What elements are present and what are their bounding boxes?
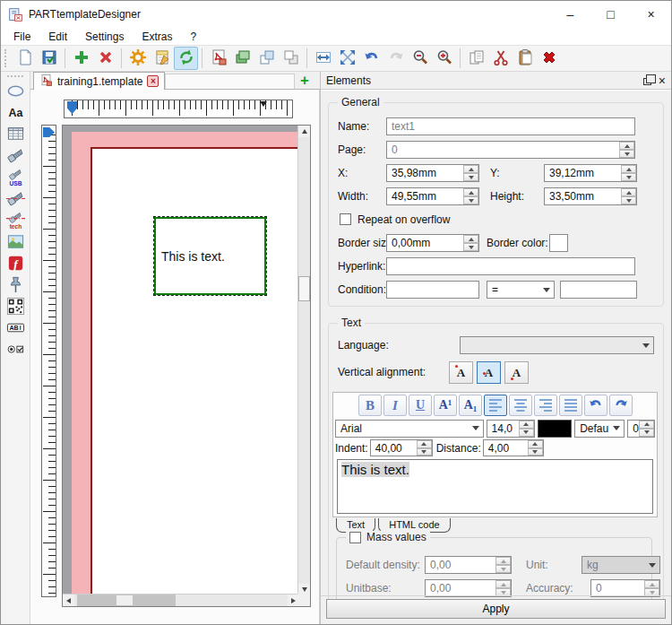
height-field[interactable]: 33,50mm: [544, 187, 637, 205]
page-spinner[interactable]: [619, 142, 634, 158]
format-superscript-button[interactable]: A¹: [434, 395, 457, 416]
apply-button[interactable]: Apply: [326, 599, 666, 619]
unit-dropdown[interactable]: kg: [582, 556, 660, 574]
page[interactable]: [90, 147, 311, 607]
height-spinner[interactable]: [621, 188, 636, 204]
minimize-button[interactable]: –: [550, 1, 590, 28]
condition-left-field[interactable]: [386, 281, 479, 299]
unitbase-spinner[interactable]: [495, 580, 511, 596]
tool-part-usb-button[interactable]: USB: [3, 168, 28, 189]
toolbar-zoom-in-button[interactable]: [432, 47, 456, 70]
format-align-center-button[interactable]: [509, 395, 532, 416]
valign-middle-button[interactable]: A: [477, 361, 501, 384]
tab-training1[interactable]: training1.template ×: [33, 72, 165, 90]
mass-values-checkbox[interactable]: [349, 532, 361, 543]
format-align-left-button[interactable]: [484, 395, 507, 416]
toolbar-cut-button[interactable]: [488, 47, 513, 70]
y-field[interactable]: 39,12mm: [544, 164, 637, 182]
horizontal-scrollbar[interactable]: [63, 594, 299, 606]
condition-right-field[interactable]: [560, 281, 637, 299]
x-spinner[interactable]: [463, 165, 478, 181]
toolbar-export-pdf-button[interactable]: [206, 47, 230, 70]
indent-field[interactable]: 40,00: [370, 439, 433, 456]
tool-pin-button[interactable]: [3, 275, 28, 297]
toolbar-fit-width-button[interactable]: [311, 47, 335, 70]
toolbar-settings-button[interactable]: [125, 47, 150, 70]
indent-spinner[interactable]: [417, 440, 432, 456]
width-field[interactable]: 49,55mm: [386, 187, 479, 205]
font-family-dropdown[interactable]: Arial: [335, 420, 484, 438]
tool-qrcode-button[interactable]: [3, 297, 28, 318]
float-panel-icon[interactable]: [643, 78, 651, 85]
tool-flash-button[interactable]: f: [3, 254, 28, 275]
toolbar-sync-button[interactable]: [174, 47, 198, 70]
tool-part-tech-button[interactable]: tech: [3, 211, 28, 232]
toolbar-redo-button[interactable]: [383, 47, 408, 70]
name-field[interactable]: text1: [386, 117, 635, 135]
outline-field[interactable]: 0: [627, 420, 655, 438]
canvas-textbox[interactable]: This is text.: [154, 217, 266, 295]
accuracy-field[interactable]: 0: [590, 579, 660, 597]
toolbar-copy-button[interactable]: [464, 47, 488, 70]
format-undo-button[interactable]: [584, 395, 607, 416]
default-density-field[interactable]: 0,00: [425, 556, 512, 574]
toolbar-new-document-button[interactable]: [13, 47, 37, 70]
menu-settings[interactable]: Settings: [76, 29, 133, 45]
tool-form-controls-button[interactable]: [3, 340, 28, 361]
format-redo-button[interactable]: [609, 395, 633, 416]
x-field[interactable]: 35,98mm: [386, 164, 479, 182]
scroll-up-button[interactable]: [298, 126, 311, 137]
vertical-scrollbar[interactable]: [297, 126, 310, 595]
palette-handle[interactable]: [7, 75, 23, 80]
accuracy-spinner[interactable]: [644, 580, 659, 596]
text-content-editor[interactable]: This is text.: [337, 459, 653, 514]
vertical-ruler[interactable]: [41, 125, 56, 597]
format-align-right-button[interactable]: [534, 395, 557, 416]
toolbar-undo-button[interactable]: [359, 47, 383, 70]
border-size-field[interactable]: 0,00mm: [386, 234, 479, 252]
format-bold-button[interactable]: B: [358, 395, 382, 416]
menu-edit[interactable]: Edit: [39, 29, 76, 45]
tool-text-button[interactable]: Aa: [3, 103, 28, 125]
tab-close-button[interactable]: ×: [147, 75, 159, 87]
valign-bottom-button[interactable]: A: [504, 361, 529, 384]
hyperlink-field[interactable]: [386, 257, 635, 275]
border-size-spinner[interactable]: [463, 235, 478, 251]
toolbar-handle[interactable]: [4, 49, 8, 67]
toolbar-paste-button[interactable]: [513, 47, 537, 70]
toolbar-add-button[interactable]: [69, 47, 93, 70]
horizontal-ruler[interactable]: [64, 100, 293, 118]
condition-operator-dropdown[interactable]: =: [487, 281, 555, 299]
tool-part-3d-button[interactable]: [3, 146, 28, 168]
unitbase-field[interactable]: 0,00: [425, 579, 512, 597]
toolbar-zoom-out-button[interactable]: [408, 47, 432, 70]
format-subscript-button[interactable]: A₁: [459, 395, 482, 416]
tool-table-button[interactable]: [3, 125, 28, 146]
valign-top-button[interactable]: A: [449, 361, 473, 384]
page-field[interactable]: 0: [386, 141, 635, 159]
format-underline-button[interactable]: U: [409, 395, 432, 416]
add-tab-button[interactable]: +: [300, 72, 309, 90]
language-dropdown[interactable]: [460, 336, 654, 354]
ruler-indent-marker[interactable]: [260, 101, 267, 107]
toolbar-delete-button[interactable]: [93, 47, 117, 70]
toolbar-delete-all-button[interactable]: [537, 47, 561, 70]
tool-ellipse-button[interactable]: [3, 82, 28, 103]
format-align-justify-button[interactable]: [559, 395, 582, 416]
maximize-button[interactable]: □: [590, 1, 631, 28]
format-italic-button[interactable]: I: [383, 395, 407, 416]
toolbar-bring-forward-button[interactable]: [254, 47, 279, 70]
font-size-field[interactable]: 14,0: [487, 420, 535, 438]
toolbar-images-button[interactable]: [230, 47, 254, 70]
scroll-left-button[interactable]: [63, 595, 74, 606]
outline-spinner[interactable]: [639, 421, 654, 437]
border-color-swatch[interactable]: [549, 234, 568, 252]
close-button[interactable]: ×: [631, 1, 671, 28]
tool-image-button[interactable]: [3, 232, 28, 254]
toolbar-fit-window-button[interactable]: [335, 47, 359, 70]
font-size-spinner[interactable]: [519, 421, 534, 437]
distance-field[interactable]: 4,00: [483, 439, 544, 456]
menu-file[interactable]: File: [4, 29, 39, 45]
font-style-dropdown[interactable]: Default: [574, 420, 625, 438]
close-panel-icon[interactable]: ×: [659, 75, 666, 86]
